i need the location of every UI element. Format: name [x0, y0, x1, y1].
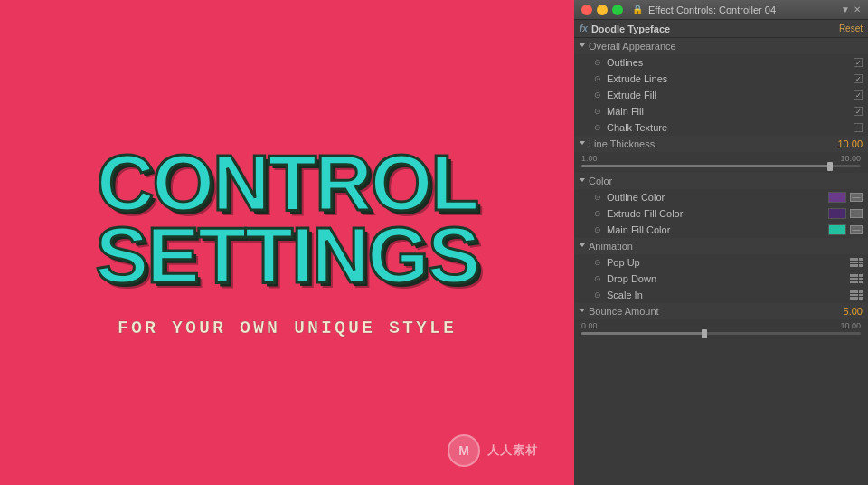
main-fill-checkbox[interactable]: [854, 107, 863, 116]
control-extrude-fill: ⊙ Extrude Fill: [574, 87, 868, 103]
section-line-thickness[interactable]: Line Thickness 10.00: [574, 136, 868, 152]
stopwatch-drop-down-icon: ⊙: [592, 274, 603, 283]
chalk-texture-label: Chalk Texture: [607, 122, 850, 133]
control-chalk-texture: ⊙ Chalk Texture: [574, 119, 868, 136]
main-title: CONTROL SETTINGS: [95, 147, 478, 290]
panel-title: Effect Controls: Controller 04: [648, 5, 835, 15]
extrude-lines-checkbox[interactable]: [854, 74, 863, 83]
line-thickness-label: Line Thickness: [589, 138, 655, 149]
line-thickness-slider-labels: 1.00 10.00: [581, 154, 861, 163]
animation-triangle-icon: [580, 243, 585, 250]
control-main-fill-color: ⊙ Main Fill Color —: [574, 222, 868, 238]
effect-controls-panel: 🔒 Effect Controls: Controller 04 ▼ ✕ fx …: [574, 0, 868, 485]
line-thickness-value: 10.00: [837, 138, 863, 149]
stopwatch-extrude-fill-color-icon: ⊙: [592, 209, 603, 218]
control-scale-in: ⊙ Scale In: [574, 287, 868, 303]
drop-down-grid-icon[interactable]: [850, 274, 863, 283]
control-extrude-fill-color: ⊙ Extrude Fill Color —: [574, 205, 868, 222]
stopwatch-main-fill-color-icon: ⊙: [592, 225, 603, 234]
extrude-fill-color-swatch[interactable]: [828, 208, 846, 219]
extrude-fill-checkbox[interactable]: [854, 90, 863, 100]
lock-icon: 🔒: [632, 5, 643, 14]
preview-panel: CONTROL SETTINGS FOR YOUR OWN UNIQUE STY…: [0, 0, 574, 485]
main-fill-color-label: Main Fill Color: [607, 224, 825, 235]
animation-section-label: Animation: [589, 241, 633, 252]
control-outlines: ⊙ Outlines: [574, 54, 868, 71]
outlines-label: Outlines: [607, 57, 850, 68]
drop-down-label: Drop Down: [607, 273, 846, 284]
section-overall-appearance[interactable]: Overall Appearance: [574, 38, 868, 54]
section-animation[interactable]: Animation: [574, 238, 868, 254]
reset-button[interactable]: Reset: [839, 24, 863, 33]
maximize-button[interactable]: [612, 5, 623, 15]
controls-body: Overall Appearance ⊙ Outlines ⊙ Extrude …: [574, 38, 868, 485]
traffic-lights: [581, 5, 623, 15]
color-triangle-icon: [580, 178, 585, 185]
main-fill-color-swatch[interactable]: [828, 224, 846, 235]
main-fill-label: Main Fill: [607, 106, 850, 117]
outline-color-dash[interactable]: —: [850, 193, 863, 202]
extrude-fill-color-label: Extrude Fill Color: [607, 208, 825, 219]
scale-in-grid-icon[interactable]: [850, 290, 863, 300]
extrude-fill-color-dash[interactable]: —: [850, 209, 863, 218]
bounce-amount-value: 5.00: [844, 306, 863, 317]
stopwatch-outlines-icon: ⊙: [592, 58, 603, 67]
bounce-slider-container: 0.00 10.00: [574, 319, 868, 340]
main-fill-color-dash[interactable]: —: [850, 225, 863, 234]
line-thickness-slider[interactable]: [581, 165, 861, 167]
panel-close-btn[interactable]: ✕: [854, 5, 861, 14]
watermark: M 人人素材: [448, 434, 538, 467]
stopwatch-outline-color-icon: ⊙: [592, 193, 603, 202]
close-button[interactable]: [581, 5, 592, 15]
control-extrude-lines: ⊙ Extrude Lines: [574, 71, 868, 87]
bounce-slider-labels: 0.00 10.00: [581, 321, 861, 330]
control-main-fill: ⊙ Main Fill: [574, 103, 868, 119]
panel-controls: ▼ ✕: [841, 5, 861, 14]
control-drop-down: ⊙ Drop Down: [574, 271, 868, 287]
stopwatch-scale-in-icon: ⊙: [592, 290, 603, 300]
effect-name: Doodle Typeface: [591, 24, 835, 34]
subtitle: FOR YOUR OWN UNIQUE STYLE: [118, 318, 457, 338]
bounce-triangle-icon: [580, 309, 585, 315]
section-triangle-icon: [580, 43, 585, 50]
bounce-amount-label: Bounce Amount: [589, 306, 659, 317]
outline-color-label: Outline Color: [607, 192, 825, 203]
control-outline-color: ⊙ Outline Color —: [574, 189, 868, 205]
watermark-logo: M: [448, 434, 480, 467]
stopwatch-pop-up-icon: ⊙: [592, 258, 603, 267]
control-pop-up: ⊙ Pop Up: [574, 254, 868, 271]
color-section-label: Color: [589, 176, 612, 186]
bounce-slider[interactable]: [581, 332, 861, 335]
minimize-button[interactable]: [597, 5, 608, 15]
extrude-fill-label: Extrude Fill: [607, 90, 850, 100]
chalk-texture-checkbox[interactable]: [854, 123, 863, 132]
line-thickness-triangle-icon: [580, 141, 585, 147]
line-min-label: 1.00: [581, 154, 598, 163]
pop-up-label: Pop Up: [607, 257, 846, 268]
fx-badge: fx: [580, 24, 588, 33]
scale-in-label: Scale In: [607, 290, 846, 300]
stopwatch-extrude-lines-icon: ⊙: [592, 74, 603, 83]
panel-menu-btn[interactable]: ▼: [841, 5, 850, 14]
section-bounce-amount[interactable]: Bounce Amount 5.00: [574, 303, 868, 319]
stopwatch-extrude-fill-icon: ⊙: [592, 90, 603, 100]
stopwatch-chalk-texture-icon: ⊙: [592, 123, 603, 132]
bounce-max-label: 10.00: [840, 321, 861, 330]
watermark-text: 人人素材: [487, 442, 538, 459]
section-label-overall: Overall Appearance: [589, 41, 676, 52]
outline-color-swatch[interactable]: [828, 192, 846, 203]
extrude-lines-label: Extrude Lines: [607, 73, 850, 84]
controls-header: fx Doodle Typeface Reset: [574, 20, 868, 38]
section-color[interactable]: Color: [574, 173, 868, 189]
outlines-checkbox[interactable]: [854, 58, 863, 67]
line-max-label: 10.00: [840, 154, 861, 163]
bounce-min-label: 0.00: [581, 321, 598, 330]
stopwatch-main-fill-icon: ⊙: [592, 107, 603, 116]
pop-up-grid-icon[interactable]: [850, 258, 863, 267]
title-bar: 🔒 Effect Controls: Controller 04 ▼ ✕: [574, 0, 868, 20]
line-thickness-slider-container: 1.00 10.00: [574, 152, 868, 173]
